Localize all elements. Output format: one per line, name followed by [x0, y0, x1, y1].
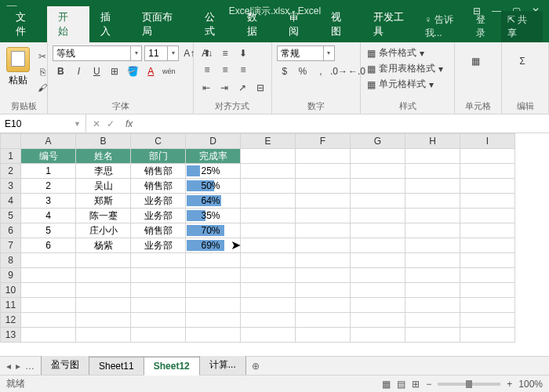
- col-header[interactable]: C: [131, 134, 186, 149]
- chevron-down-icon[interactable]: ▾: [131, 45, 142, 61]
- cell[interactable]: 4: [21, 209, 76, 223]
- tab-data[interactable]: 数据: [236, 6, 278, 42]
- row-header[interactable]: 6: [1, 223, 21, 238]
- cell[interactable]: 销售部: [131, 179, 186, 194]
- cell-databar[interactable]: 25%: [186, 164, 241, 179]
- accounting-icon[interactable]: $: [277, 64, 293, 79]
- cell[interactable]: 庄小小: [76, 223, 131, 238]
- comma-icon[interactable]: ,: [313, 64, 329, 79]
- align-center-icon[interactable]: ≡: [216, 62, 234, 78]
- percent-icon[interactable]: %: [295, 64, 311, 79]
- enter-formula-icon[interactable]: ✓: [107, 118, 115, 129]
- row-header[interactable]: 10: [1, 283, 21, 298]
- align-right-icon[interactable]: ≡: [235, 62, 252, 78]
- cell[interactable]: 6: [21, 238, 76, 253]
- zoom-out-icon[interactable]: −: [426, 379, 431, 390]
- name-box-input[interactable]: [5, 118, 60, 129]
- add-sheet-icon[interactable]: ⊕: [245, 358, 266, 375]
- col-header[interactable]: D: [186, 134, 241, 149]
- row-header[interactable]: 12: [1, 313, 21, 328]
- cell-styles-button[interactable]: ▦单元格样式 ▾: [365, 77, 449, 92]
- cell[interactable]: 李思: [76, 164, 131, 179]
- select-all-corner[interactable]: [1, 134, 21, 149]
- align-top-icon[interactable]: ⬆: [198, 45, 216, 61]
- cell-databar[interactable]: 50%: [186, 179, 241, 194]
- view-normal-icon[interactable]: ▦: [382, 379, 391, 390]
- col-header[interactable]: H: [405, 134, 460, 149]
- font-size-input[interactable]: [144, 45, 168, 61]
- cell[interactable]: 销售部: [131, 223, 186, 238]
- share-button[interactable]: ⇱ 共享: [501, 11, 543, 42]
- row-header[interactable]: 5: [1, 209, 21, 223]
- fx-icon[interactable]: fx: [121, 118, 137, 129]
- cell[interactable]: 业务部: [131, 238, 186, 253]
- tab-layout[interactable]: 页面布局: [131, 6, 194, 42]
- indent-dec-icon[interactable]: ⇤: [198, 80, 214, 96]
- border-icon[interactable]: ⊞: [107, 64, 122, 79]
- editing-menu-icon[interactable]: Σ: [507, 45, 538, 77]
- cell[interactable]: 吴山: [76, 179, 131, 194]
- cells-menu-icon[interactable]: ▦: [460, 45, 491, 77]
- align-bottom-icon[interactable]: ⬇: [235, 45, 252, 61]
- cell[interactable]: 杨紫: [76, 238, 131, 253]
- tab-nav-more-icon[interactable]: …: [25, 361, 35, 372]
- tab-nav-next-icon[interactable]: ▸: [16, 361, 20, 372]
- tab-formula[interactable]: 公式: [194, 6, 236, 42]
- zoom-level[interactable]: 100%: [518, 379, 543, 390]
- row-header[interactable]: 13: [1, 328, 21, 343]
- row-header[interactable]: 7: [1, 238, 21, 253]
- zoom-in-icon[interactable]: +: [507, 379, 512, 390]
- cell-databar[interactable]: 69%: [186, 238, 241, 253]
- font-color-icon[interactable]: A: [143, 64, 158, 79]
- sheet-tab[interactable]: Sheet11: [89, 357, 144, 375]
- cell[interactable]: 1: [21, 164, 76, 179]
- tab-view[interactable]: 视图: [320, 6, 362, 42]
- chevron-down-icon[interactable]: ▾: [168, 45, 179, 61]
- row-header[interactable]: 2: [1, 164, 21, 179]
- conditional-format-button[interactable]: ▦条件格式 ▾: [365, 45, 449, 60]
- zoom-slider[interactable]: [438, 383, 500, 386]
- col-header[interactable]: G: [351, 134, 405, 149]
- cell[interactable]: 3: [21, 194, 76, 209]
- formula-bar-input[interactable]: [137, 114, 549, 132]
- cell-databar[interactable]: 35%: [186, 209, 241, 223]
- paste-button[interactable]: 粘贴: [5, 45, 31, 99]
- tab-file[interactable]: 文件: [5, 6, 47, 42]
- align-middle-icon[interactable]: ≡: [216, 45, 234, 61]
- spreadsheet-grid[interactable]: ABCDEFGHI 1编号姓名部门完成率 2 1 李思 销售部 25% 3 2 …: [0, 133, 515, 343]
- cell[interactable]: 5: [21, 223, 76, 238]
- login-link[interactable]: 登录: [476, 13, 495, 40]
- phonetic-icon[interactable]: wén: [161, 64, 176, 79]
- chevron-down-icon[interactable]: ▾: [324, 45, 335, 61]
- cell-databar[interactable]: 64%: [186, 194, 241, 209]
- fill-color-icon[interactable]: 🪣: [125, 64, 140, 79]
- inc-decimal-icon[interactable]: .0→: [331, 64, 347, 79]
- sheet-tab[interactable]: Sheet12: [144, 357, 200, 376]
- bold-button[interactable]: B: [53, 64, 68, 79]
- cell[interactable]: 2: [21, 179, 76, 194]
- cell-databar[interactable]: 70%: [186, 223, 241, 238]
- cell[interactable]: 销售部: [131, 164, 186, 179]
- sheet-tab[interactable]: 盈亏图: [41, 354, 89, 375]
- col-header[interactable]: B: [76, 134, 131, 149]
- col-header[interactable]: F: [296, 134, 351, 149]
- view-break-icon[interactable]: ⊞: [412, 379, 420, 390]
- font-name-input[interactable]: [53, 45, 131, 61]
- tab-dev[interactable]: 开发工具: [362, 6, 425, 42]
- wrap-merge-icon[interactable]: ⊟: [253, 80, 268, 96]
- tab-insert[interactable]: 插入: [89, 6, 132, 42]
- cell[interactable]: 业务部: [131, 194, 186, 209]
- underline-button[interactable]: U: [89, 64, 104, 79]
- align-left-icon[interactable]: ≡: [198, 62, 216, 78]
- row-header[interactable]: 11: [1, 298, 21, 313]
- tell-me[interactable]: ♀ 告诉我...: [425, 13, 471, 40]
- cell[interactable]: 郑斯: [76, 194, 131, 209]
- orientation-icon[interactable]: ↗: [235, 80, 250, 96]
- view-layout-icon[interactable]: ▤: [397, 379, 405, 390]
- row-header[interactable]: 8: [1, 253, 21, 268]
- italic-button[interactable]: I: [71, 64, 86, 79]
- col-header[interactable]: I: [460, 134, 515, 149]
- row-header[interactable]: 3: [1, 179, 21, 194]
- indent-inc-icon[interactable]: ⇥: [216, 80, 232, 96]
- tab-home[interactable]: 开始: [47, 6, 89, 42]
